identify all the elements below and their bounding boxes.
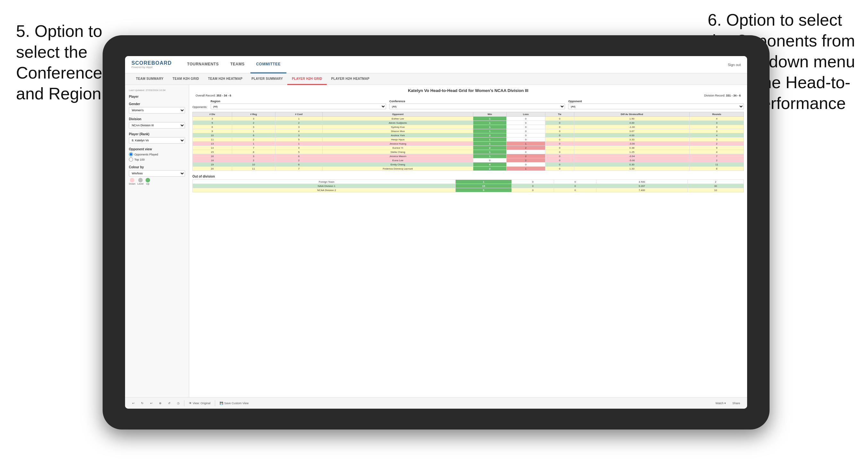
cell-reg: 2 — [232, 121, 275, 125]
sign-out[interactable]: Sign out — [728, 63, 741, 67]
refresh-btn[interactable]: ↺ — [166, 401, 173, 405]
cell-diff: 4.500 — [596, 180, 687, 184]
cell-rounds: 11 — [690, 162, 744, 167]
sidebar-player-rank-section: Player (Rank) 8. Katelyn Vo — [129, 132, 185, 144]
col-opponent: Opponent — [322, 112, 473, 117]
cell-diff: 1.25 — [574, 150, 689, 154]
radio-top100[interactable]: Top 100 — [129, 157, 185, 161]
sub-nav-team-h2h-grid[interactable]: TEAM H2H GRID — [168, 73, 204, 85]
overall-record: Overall Record: 353 - 34 - 6 — [195, 94, 231, 97]
cell-div: 9 — [193, 129, 232, 133]
table-row: Foreign Team 1 0 0 4.500 2 — [193, 180, 744, 184]
cell-diff: 1.50 — [574, 117, 689, 121]
sub-nav-player-h2h-grid[interactable]: PLAYER H2H GRID — [287, 73, 327, 85]
sub-nav-team-h2h-heatmap[interactable]: TEAM H2H HEATMAP — [204, 73, 247, 85]
cell-div: 13 — [193, 142, 232, 146]
cell-win: 2 — [473, 146, 507, 150]
crop-btn[interactable]: ⊕ — [157, 401, 163, 405]
nav-item-teams[interactable]: TEAMS — [224, 56, 250, 73]
opponent-filter-select[interactable]: (All) — [568, 103, 744, 109]
cell-rounds: 9 — [690, 146, 744, 150]
cell-tie: 0 — [545, 133, 574, 137]
player-rank-select[interactable]: 8. Katelyn Vo — [129, 137, 185, 144]
cell-rounds: 4 — [690, 133, 744, 137]
watch-btn[interactable]: Watch ▾ — [713, 401, 728, 405]
cell-opponent: Sydney Kuo — [322, 125, 473, 129]
opponent-view-label: Opponent view — [129, 148, 185, 151]
redo-btn[interactable]: ↻ — [139, 401, 146, 405]
cell-loss: 1 — [506, 142, 545, 146]
label-level: Level — [137, 182, 143, 185]
view-original-btn[interactable]: 👁 View: Original — [187, 401, 212, 405]
sub-nav-team-summary[interactable]: TEAM SUMMARY — [131, 73, 168, 85]
nav-item-tournaments[interactable]: TOURNAMENTS — [182, 56, 225, 73]
table-row: 18 2 2 Euna Lee 0 2 0 -5.00 2 — [193, 158, 744, 162]
cell-diff: 4.00 — [574, 121, 689, 125]
cell-opponent: Andrea York — [322, 133, 473, 137]
cell-conf: 1 — [275, 142, 322, 146]
out-division-table: Foreign Team 1 0 0 4.500 2 NAIA Division… — [192, 180, 744, 192]
back-btn[interactable]: ↩ — [148, 401, 155, 405]
cell-diff: -1.00 — [574, 125, 689, 129]
colour-by-label: Colour by — [129, 165, 185, 169]
cell-tie: 0 — [545, 167, 574, 171]
cell-win: 1 — [473, 117, 507, 121]
nav-item-committee[interactable]: COMMITTEE — [250, 56, 287, 73]
cell-diff: -3.00 — [574, 142, 689, 146]
save-custom-btn[interactable]: 💾 Save Custom View — [218, 401, 250, 405]
cell-reg: 3 — [232, 117, 275, 121]
cell-loss: 0 — [506, 129, 545, 133]
records-row: Overall Record: 353 - 34 - 6 Division Re… — [192, 94, 744, 97]
cell-tie: 0 — [545, 121, 574, 125]
cell-loss: 0 — [506, 121, 545, 125]
cell-opponent: Sharon Mun — [322, 129, 473, 133]
cell-rounds: 3 — [690, 129, 744, 133]
cell-win: 1 — [473, 154, 507, 158]
region-filter-select[interactable]: (All) — [211, 103, 386, 109]
undo-btn[interactable]: ↩ — [130, 401, 136, 405]
cell-tie: 0 — [554, 188, 596, 192]
gender-select[interactable]: Women's — [129, 107, 185, 114]
cell-loss: 0 — [506, 137, 545, 142]
col-conf: # Conf — [275, 112, 322, 117]
cell-conf: 6 — [275, 162, 322, 167]
cell-tie: 0 — [545, 146, 574, 150]
view-original-icon: 👁 — [189, 402, 192, 405]
share-btn[interactable]: Share — [731, 401, 742, 405]
cell-loss: 0 — [506, 133, 545, 137]
sidebar-player-section: Player — [129, 95, 185, 98]
cell-rounds: 30 — [687, 184, 744, 188]
save-icon: 💾 — [220, 402, 223, 405]
out-division-title: Out of division — [192, 175, 744, 178]
sidebar: Last Updated: 27/03/2024 10:34 Player Ge… — [125, 85, 189, 397]
col-tie: Tie — [545, 112, 574, 117]
logo-area: SCOREBOARD Powered by clippd — [131, 61, 172, 69]
sidebar-gender-section: Gender Women's — [129, 102, 185, 114]
cell-div: 15 — [193, 150, 232, 154]
division-select[interactable]: NCAA Division III — [129, 122, 185, 128]
cell-opponent: Euna Lee — [322, 158, 473, 162]
conference-filter-group: Conference (All) — [389, 100, 565, 109]
cell-div: 10 — [193, 133, 232, 137]
cell-loss: 2 — [506, 158, 545, 162]
cell-tie: 0 — [554, 184, 596, 188]
main-data-table: # Div # Reg # Conf Opponent Win Loss Tie… — [192, 112, 744, 171]
sidebar-division-section: Division NCAA Division III — [129, 117, 185, 128]
sub-nav-player-summary[interactable]: PLAYER SUMMARY — [247, 73, 287, 85]
radio-opponents-played[interactable]: Opponents Played — [129, 152, 185, 156]
view-original-label: View: Original — [193, 402, 210, 405]
sub-nav-player-h2h-heatmap[interactable]: PLAYER H2H HEATMAP — [327, 73, 374, 85]
conference-filter-select[interactable]: (All) — [389, 103, 565, 109]
cell-reg: 1 — [232, 129, 275, 133]
colour-by-select[interactable]: Win/loss — [129, 170, 185, 177]
cell-name: NAIA Division 1 — [193, 184, 456, 188]
cell-opponent: Alexis Sudjianto — [322, 121, 473, 125]
cell-diff: 0.30 — [574, 162, 689, 167]
cell-loss: 0 — [506, 117, 545, 121]
division-record: Division Record: 331 - 34 - 6 — [704, 94, 741, 97]
toolbar-divider-1 — [184, 400, 184, 406]
table-row: 13 1 1 Jessica Huang 1 1 0 -3.00 2 — [193, 142, 744, 146]
table-row: NCAA Division 2 5 0 0 7.400 10 — [193, 188, 744, 192]
clock-btn[interactable]: ◷ — [175, 401, 182, 405]
cell-div: 16 — [193, 154, 232, 158]
